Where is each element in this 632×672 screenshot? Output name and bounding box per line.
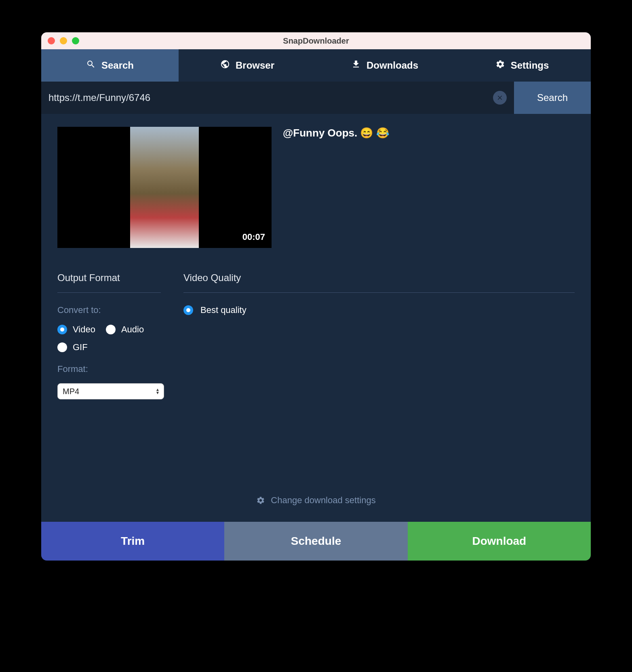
video-title: @Funny Oops. 😄 😂 bbox=[283, 127, 389, 248]
convert-radio-group-2: GIF bbox=[57, 342, 161, 353]
search-icon bbox=[86, 59, 96, 71]
quality-label: Best quality bbox=[200, 305, 246, 315]
action-buttons: Trim Schedule Download bbox=[41, 522, 591, 561]
close-icon bbox=[496, 94, 503, 101]
main-tabs: Search Browser Downloads Settings bbox=[41, 49, 591, 82]
trim-button-label: Trim bbox=[121, 535, 145, 548]
options-row: Output Format Convert to: Video Audio bbox=[57, 272, 575, 399]
output-format-header: Output Format bbox=[57, 272, 161, 293]
format-select[interactable]: MP4 ▲▼ bbox=[57, 383, 164, 399]
tab-search[interactable]: Search bbox=[41, 49, 179, 82]
convert-radio-group: Video Audio bbox=[57, 324, 161, 335]
radio-label: Audio bbox=[121, 324, 144, 335]
convert-to-label: Convert to: bbox=[57, 305, 161, 315]
video-quality-header: Video Quality bbox=[183, 272, 575, 293]
download-icon bbox=[351, 59, 361, 71]
gear-icon bbox=[495, 59, 505, 71]
maximize-window-button[interactable] bbox=[72, 37, 79, 44]
url-input-container bbox=[41, 82, 514, 114]
gear-icon bbox=[256, 496, 265, 505]
tab-label: Downloads bbox=[367, 60, 418, 71]
tab-browser[interactable]: Browser bbox=[179, 49, 316, 82]
video-duration: 00:07 bbox=[242, 232, 265, 242]
trim-button[interactable]: Trim bbox=[41, 522, 224, 561]
close-window-button[interactable] bbox=[48, 37, 55, 44]
change-settings-label: Change download settings bbox=[271, 495, 375, 506]
radio-gif[interactable]: GIF bbox=[57, 342, 88, 353]
radio-video[interactable]: Video bbox=[57, 324, 95, 335]
radio-dot bbox=[106, 325, 116, 334]
search-button-label: Search bbox=[537, 92, 568, 103]
schedule-button[interactable]: Schedule bbox=[224, 522, 407, 561]
download-button[interactable]: Download bbox=[408, 522, 591, 561]
tab-label: Settings bbox=[511, 60, 549, 71]
video-info-row: 00:07 @Funny Oops. 😄 😂 bbox=[57, 127, 575, 248]
minimize-window-button[interactable] bbox=[60, 37, 67, 44]
radio-dot-selected bbox=[183, 305, 193, 315]
format-value: MP4 bbox=[63, 387, 79, 396]
window-controls bbox=[48, 37, 79, 44]
select-arrows-icon: ▲▼ bbox=[156, 388, 160, 395]
search-bar: Search bbox=[41, 82, 591, 114]
window-title: SnapDownloader bbox=[41, 36, 591, 46]
download-button-label: Download bbox=[472, 535, 526, 548]
video-thumbnail[interactable]: 00:07 bbox=[57, 127, 272, 248]
content-area: 00:07 @Funny Oops. 😄 😂 Output Format Con… bbox=[41, 114, 591, 522]
url-input[interactable] bbox=[48, 92, 493, 103]
radio-audio[interactable]: Audio bbox=[106, 324, 144, 335]
tab-downloads[interactable]: Downloads bbox=[316, 49, 453, 82]
app-window: SnapDownloader Search Browser Downloads … bbox=[41, 32, 591, 561]
tab-label: Browser bbox=[236, 60, 274, 71]
schedule-button-label: Schedule bbox=[291, 535, 341, 548]
globe-icon bbox=[220, 59, 230, 71]
quality-option-best[interactable]: Best quality bbox=[183, 305, 575, 315]
radio-label: GIF bbox=[73, 342, 88, 353]
video-quality-section: Video Quality Best quality bbox=[183, 272, 575, 399]
radio-label: Video bbox=[73, 324, 95, 335]
radio-dot-selected bbox=[57, 325, 67, 334]
change-download-settings-link[interactable]: Change download settings bbox=[57, 485, 575, 522]
titlebar: SnapDownloader bbox=[41, 32, 591, 49]
clear-input-button[interactable] bbox=[493, 91, 507, 105]
tab-label: Search bbox=[101, 60, 134, 71]
format-label: Format: bbox=[57, 364, 161, 374]
radio-dot bbox=[57, 342, 67, 352]
search-button[interactable]: Search bbox=[514, 82, 591, 114]
thumbnail-image bbox=[130, 127, 199, 248]
output-format-section: Output Format Convert to: Video Audio bbox=[57, 272, 161, 399]
tab-settings[interactable]: Settings bbox=[453, 49, 591, 82]
